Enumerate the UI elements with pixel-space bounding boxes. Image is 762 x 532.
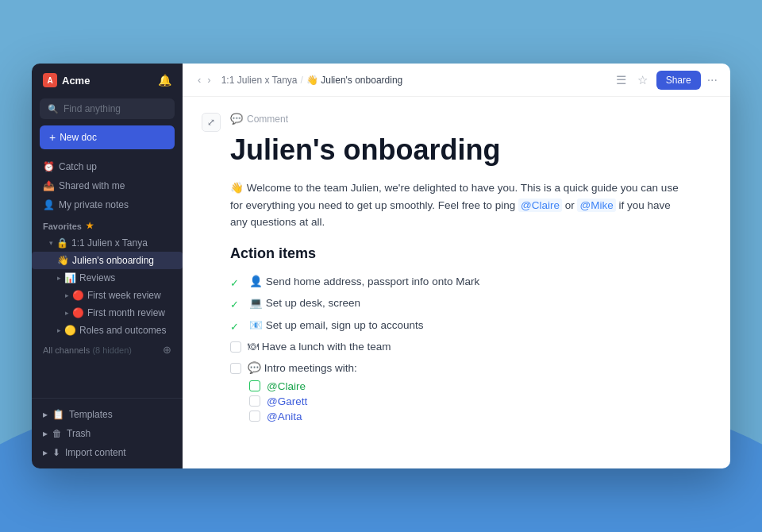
- nav-arrows: ‹ ›: [195, 72, 214, 87]
- star-icon[interactable]: ☆: [635, 71, 650, 90]
- tree-item-roles-outcomes[interactable]: ▸ 🟡 Roles and outcomes: [32, 322, 183, 339]
- search-icon: 🔍: [48, 104, 59, 114]
- chevron-right-icon: ▸: [65, 291, 69, 299]
- breadcrumb: ‹ › 1:1 Julien x Tanya / 👋 Julien's onbo…: [195, 72, 402, 87]
- share-button[interactable]: Share: [656, 71, 701, 90]
- sidebar-item-import[interactable]: ▸ ⬇ Import content: [32, 443, 183, 462]
- yellow-icon: 🟡: [64, 325, 76, 336]
- doc-title: Julien's onboarding: [230, 133, 683, 167]
- intro-or: or: [562, 199, 578, 211]
- tree-item-reviews[interactable]: ▸ 📊 Reviews: [32, 269, 183, 287]
- trash-icon: 🗑: [52, 428, 62, 439]
- brand-name: Acme: [62, 75, 90, 87]
- sidebar-nav: ⏰ Catch up 📤 Shared with me 👤 My private…: [32, 157, 183, 398]
- tree-item-juliens-onboarding[interactable]: 👋 Julien's onboarding: [32, 252, 183, 269]
- sidebar-item-trash[interactable]: ▸ 🗑 Trash: [32, 424, 183, 443]
- favorites-section: Favorites ★: [32, 214, 183, 234]
- checkmark-icon: ✓: [230, 297, 243, 313]
- checklist: ✓ 👤 Send home address, passport info ont…: [230, 272, 683, 379]
- action-items-title: Action items: [230, 245, 683, 262]
- favorites-label: Favorites: [43, 222, 82, 231]
- channels-label: All channels (8 hidden): [43, 345, 132, 355]
- checkbox[interactable]: [230, 363, 241, 374]
- new-doc-label: New doc: [60, 132, 97, 143]
- tree-item-1-1-tanya[interactable]: ▾ 🔒 1:1 Julien x Tanya: [32, 234, 183, 252]
- sidebar-item-catch-up[interactable]: ⏰ Catch up: [32, 157, 183, 176]
- catch-up-icon: ⏰: [43, 161, 54, 172]
- sub-mention-anita[interactable]: @Anita: [267, 411, 302, 422]
- check-item-text: 👤 Send home address, passport info onto …: [249, 274, 479, 290]
- checkmark-icon: ✓: [230, 319, 243, 335]
- back-arrow[interactable]: ‹: [195, 72, 203, 87]
- private-notes-icon: 👤: [43, 199, 54, 210]
- comment-indicator: 💬 Comment: [230, 113, 683, 125]
- sub-item-garett: @Garett: [249, 394, 683, 409]
- check-item-3: ✓ 📧 Set up email, sign up to accounts: [230, 315, 683, 337]
- wave-icon: 👋: [57, 255, 69, 266]
- app-container: A Acme 🔔 🔍 Find anything + New doc ⏰ Cat…: [32, 64, 730, 468]
- main-content: ‹ › 1:1 Julien x Tanya / 👋 Julien's onbo…: [183, 64, 730, 468]
- check-item-text: 🍽 Have a lunch with the team: [248, 339, 391, 355]
- brand: A Acme: [43, 73, 90, 87]
- sub-item-claire: @Claire: [249, 379, 683, 394]
- comment-label: Comment: [247, 114, 288, 125]
- sidebar-item-templates[interactable]: ▸ 📋 Templates: [32, 405, 183, 424]
- tree-label-roles: Roles and outcomes: [79, 325, 166, 336]
- star-icon: ★: [86, 221, 94, 231]
- sidebar-item-shared-with-me[interactable]: 📤 Shared with me: [32, 176, 183, 195]
- tree-label-first-week: First week review: [87, 290, 161, 301]
- sub-mention-garett[interactable]: @Garett: [267, 395, 307, 407]
- templates-label: Templates: [69, 409, 113, 420]
- top-bar-actions: ☰ ☆ Share ···: [614, 71, 718, 90]
- chevron-right-icon: ▸: [57, 326, 61, 334]
- chevron-down-icon: ▾: [49, 239, 53, 247]
- red-dot-icon2: 🔴: [72, 307, 84, 318]
- mention-claire[interactable]: @Claire: [518, 199, 562, 212]
- catch-up-label: Catch up: [59, 161, 97, 172]
- breadcrumb-current: 👋 Julien's onboarding: [306, 75, 402, 86]
- table-of-contents-icon[interactable]: ☰: [614, 71, 629, 90]
- add-channel-icon[interactable]: ⊕: [163, 344, 171, 356]
- sub-checkbox-claire[interactable]: [249, 380, 260, 391]
- reviews-icon: 📊: [64, 272, 76, 283]
- sidebar: A Acme 🔔 🔍 Find anything + New doc ⏰ Cat…: [32, 64, 183, 468]
- chevron-right-icon: ▸: [43, 447, 48, 458]
- check-item-5: 💬 Intro meetings with:: [230, 358, 683, 379]
- tree-item-label: 1:1 Julien x Tanya: [71, 237, 148, 249]
- notifications-icon[interactable]: 🔔: [158, 74, 171, 87]
- sub-checkbox-anita[interactable]: [249, 411, 260, 422]
- chevron-right-icon: ▸: [43, 428, 48, 439]
- all-channels-row: All channels (8 hidden) ⊕: [32, 339, 183, 360]
- breadcrumb-parent: 1:1 Julien x Tanya: [221, 75, 298, 86]
- sub-checkbox-garett[interactable]: [249, 395, 260, 407]
- more-options-icon[interactable]: ···: [707, 73, 718, 87]
- check-item-text: 💬 Intro meetings with:: [248, 360, 357, 376]
- check-item-4: 🍽 Have a lunch with the team: [230, 337, 683, 357]
- shared-label: Shared with me: [59, 180, 125, 191]
- tree-item-first-month[interactable]: ▸ 🔴 First month review: [32, 304, 183, 322]
- breadcrumb-separator: /: [301, 75, 303, 86]
- private-notes-label: My private notes: [59, 199, 129, 210]
- forward-arrow[interactable]: ›: [205, 72, 213, 87]
- mention-mike[interactable]: @Mike: [577, 199, 615, 212]
- tree-item-first-week[interactable]: ▸ 🔴 First week review: [32, 287, 183, 304]
- top-bar: ‹ › 1:1 Julien x Tanya / 👋 Julien's onbo…: [183, 64, 730, 97]
- check-item-2: ✓ 💻 Set up desk, screen: [230, 293, 683, 315]
- sub-mention-claire[interactable]: @Claire: [267, 380, 306, 392]
- checkbox[interactable]: [230, 341, 241, 353]
- check-item-1: ✓ 👤 Send home address, passport info ont…: [230, 272, 683, 294]
- sidebar-item-private-notes[interactable]: 👤 My private notes: [32, 195, 183, 214]
- import-label: Import content: [65, 447, 126, 458]
- tree-label-first-month: First month review: [87, 307, 165, 318]
- sub-item-anita: @Anita: [249, 409, 683, 424]
- red-dot-icon: 🔴: [72, 290, 84, 301]
- expand-button[interactable]: ⤢: [202, 113, 221, 132]
- doc-area: ⤢ 💬 Comment Julien's onboarding 👋 Welcom…: [183, 97, 730, 468]
- checkmark-icon: ✓: [230, 276, 243, 291]
- new-doc-button[interactable]: + New doc: [40, 125, 175, 149]
- search-bar[interactable]: 🔍 Find anything: [40, 98, 175, 119]
- lock-icon: 🔒: [56, 237, 68, 249]
- tree-item-label-reviews: Reviews: [79, 272, 115, 283]
- sidebar-footer: ▸ 📋 Templates ▸ 🗑 Trash ▸ ⬇ Import conte…: [32, 398, 183, 468]
- doc-intro: 👋 Welcome to the team Julien, we're deli…: [230, 179, 683, 231]
